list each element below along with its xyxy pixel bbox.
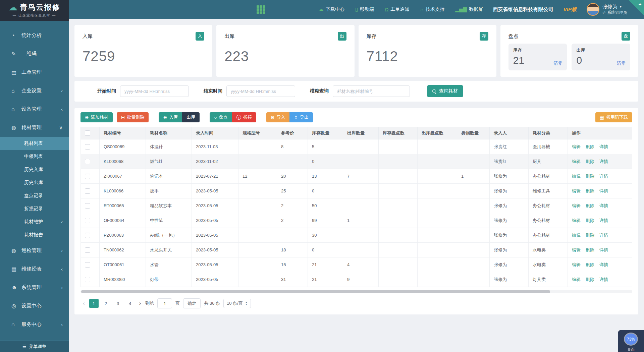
row-checkbox[interactable]	[85, 247, 90, 253]
sidebar-item-stats[interactable]: ◔统计分析	[0, 26, 69, 45]
edit-link[interactable]: 编辑	[572, 233, 581, 238]
sidebar-subitem-report[interactable]: 耗材报告	[0, 228, 69, 241]
edit-link[interactable]: 编辑	[572, 262, 581, 267]
detail-link[interactable]: 详情	[599, 262, 608, 267]
vip-badge[interactable]: VIP版	[564, 6, 577, 13]
edit-link[interactable]: 编辑	[572, 174, 581, 179]
page-button-1[interactable]: 1	[89, 299, 99, 308]
delete-link[interactable]: 删除	[586, 277, 594, 282]
row-checkbox[interactable]	[85, 174, 90, 179]
company-name[interactable]: 西安雀维信息科技有限公司	[493, 6, 553, 13]
sidebar-item-device[interactable]: ⌂设备管理‹	[0, 100, 69, 118]
sidebar-item-experience[interactable]: ▤维修经验‹	[0, 260, 69, 278]
delete-link[interactable]: 删除	[586, 233, 594, 238]
row-checkbox[interactable]	[85, 218, 90, 223]
nav-item-download[interactable]: ☁下载中心	[319, 6, 344, 12]
clear-stock-link[interactable]: 清零	[553, 60, 562, 66]
batch-delete-button[interactable]: ⊟ 批量删除	[117, 112, 149, 122]
edit-link[interactable]: 编辑	[572, 203, 581, 208]
prev-page-icon[interactable]: ‹	[82, 300, 86, 307]
page-size-select[interactable]: 10 条/页 ▲ ▼	[223, 299, 251, 308]
import-button[interactable]: ⊕ 导入	[266, 112, 290, 122]
next-page-icon[interactable]: ›	[138, 300, 142, 307]
logo[interactable]: ☁ 青鸟云报修 — 让企业维保更及时 —	[0, 0, 69, 21]
horizontal-scrollbar-thumb[interactable]	[81, 290, 550, 293]
delete-link[interactable]: 删除	[586, 159, 594, 164]
edit-link[interactable]: 编辑	[572, 277, 581, 282]
apps-grid-icon[interactable]	[257, 5, 265, 14]
damage-button[interactable]: ⓘ 折损	[232, 112, 256, 122]
detail-link[interactable]: 详情	[599, 159, 608, 164]
detail-link[interactable]: 详情	[599, 247, 608, 252]
delete-link[interactable]: 删除	[586, 218, 594, 223]
page-button-2[interactable]: 2	[101, 299, 111, 308]
claim-code-download-button[interactable]: ▦ 领用码下载	[595, 112, 632, 122]
sidebar-subitem-damage-records[interactable]: 折损记录	[0, 202, 69, 215]
total-count-label: 共 36 条	[204, 300, 220, 306]
row-checkbox[interactable]	[85, 188, 90, 194]
edit-link[interactable]: 编辑	[572, 159, 581, 164]
export-button[interactable]: ↥ 导出	[289, 112, 313, 122]
detail-link[interactable]: 详情	[599, 277, 608, 282]
edit-link[interactable]: 编辑	[572, 144, 581, 149]
sidebar-subitem-claim-list[interactable]: 申领列表	[0, 150, 69, 163]
sidebar-item-workorder[interactable]: ▤工单管理	[0, 63, 69, 81]
edit-link[interactable]: 编辑	[572, 188, 581, 193]
sidebar-item-enterprise[interactable]: ⌂企业设置‹	[0, 81, 69, 100]
delete-link[interactable]: 删除	[586, 188, 594, 193]
row-checkbox[interactable]	[85, 159, 90, 164]
sidebar-subitem-history-in[interactable]: 历史入库	[0, 163, 69, 176]
page-button-3[interactable]: 3	[113, 299, 123, 308]
detail-link[interactable]: 详情	[599, 218, 608, 223]
sidebar-subitem-maintenance[interactable]: 耗材维护‹	[0, 215, 69, 228]
fuzzy-search-input[interactable]	[333, 85, 410, 97]
desktop-progress-widget[interactable]: 73% 桌面	[618, 330, 644, 352]
clear-out-link[interactable]: 清零	[617, 60, 626, 66]
sidebar-item-system[interactable]: ☻系统管理‹	[0, 278, 69, 297]
detail-link[interactable]: 详情	[599, 233, 608, 238]
sidebar-item-inspection[interactable]: ◍巡检管理‹	[0, 241, 69, 260]
delete-link[interactable]: 删除	[586, 203, 594, 208]
sidebar-item-settings[interactable]: ◎设置中心	[0, 297, 69, 315]
user-menu[interactable]: 张修为 ▼ ⇌ 系统管理员	[587, 3, 627, 16]
stock-out-button[interactable]: 出库	[182, 112, 200, 122]
avatar[interactable]	[587, 3, 599, 16]
delete-link[interactable]: 删除	[586, 247, 594, 252]
select-all-checkbox[interactable]	[85, 130, 90, 136]
detail-link[interactable]: 详情	[599, 203, 608, 208]
nav-item-mobile[interactable]: ▯移动端	[355, 6, 374, 12]
detail-link[interactable]: 详情	[599, 174, 608, 179]
sidebar-item-consumable[interactable]: ◍耗材管理∨	[0, 118, 69, 137]
delete-link[interactable]: 删除	[586, 262, 594, 267]
detail-link[interactable]: 详情	[599, 188, 608, 193]
search-button[interactable]: 查询耗材	[427, 85, 463, 97]
end-time-input[interactable]	[226, 85, 295, 97]
delete-link[interactable]: 删除	[586, 174, 594, 179]
stock-in-button[interactable]: ⊕ 入库	[159, 112, 182, 122]
sidebar-item-qrcode[interactable]: ✎二维码	[0, 45, 69, 63]
stocktake-button[interactable]: ○ 盘点	[210, 112, 232, 122]
edit-link[interactable]: 编辑	[572, 218, 581, 223]
row-checkbox[interactable]	[85, 144, 90, 150]
nav-item-datascreen[interactable]: ▂▅▇数据屏	[455, 6, 483, 12]
row-select-cell	[81, 184, 100, 198]
row-checkbox[interactable]	[85, 203, 90, 209]
detail-link[interactable]: 详情	[599, 144, 608, 149]
delete-link[interactable]: 删除	[586, 144, 594, 149]
row-checkbox[interactable]	[85, 233, 90, 238]
nav-item-support[interactable]: ∩技术支持	[420, 6, 444, 12]
start-time-input[interactable]	[120, 85, 189, 97]
add-consumable-button[interactable]: ⊕ 添加耗材	[80, 112, 113, 122]
nav-item-workorder-notice[interactable]: Ω工单通知	[385, 6, 409, 12]
edit-link[interactable]: 编辑	[572, 247, 581, 252]
page-button-4[interactable]: 4	[125, 299, 135, 308]
row-checkbox[interactable]	[85, 277, 90, 282]
sidebar-subitem-check-records[interactable]: 盘点记录	[0, 189, 69, 202]
sidebar-subitem-history-out[interactable]: 历史出库	[0, 176, 69, 189]
goto-page-input[interactable]	[157, 298, 172, 308]
sidebar-item-menu-adjust[interactable]: ☰ 菜单调整	[0, 341, 69, 352]
row-checkbox[interactable]	[85, 262, 90, 268]
sidebar-item-service[interactable]: ⌂服务中心‹	[0, 315, 69, 334]
sidebar-subitem-consumable-list[interactable]: 耗材列表	[0, 137, 69, 150]
confirm-page-button[interactable]: 确定	[183, 298, 201, 308]
